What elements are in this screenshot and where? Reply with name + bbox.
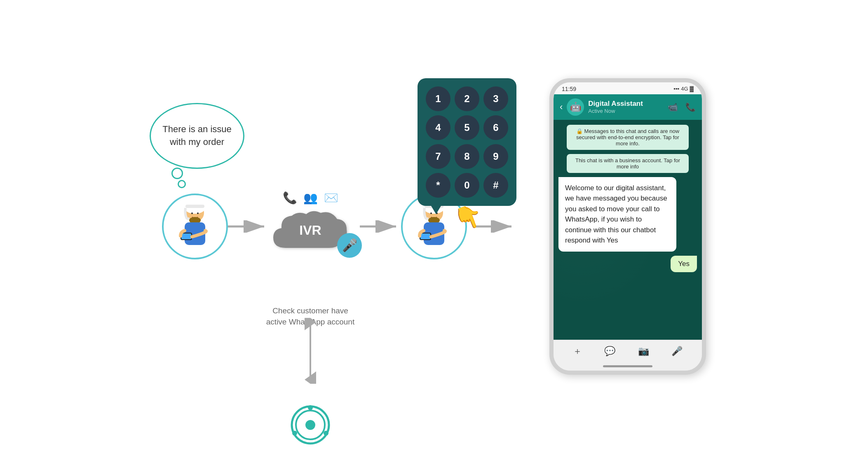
key-6: 6 [483,115,508,140]
keypad-section: 1 2 3 4 5 6 7 8 9 * 0 # 👇 [418,78,516,206]
signal-type: 4G [681,86,688,92]
phone-mockup: 11:59 ▪▪▪ 4G ▓ ‹ 🤖 Digital Assistant Act… [549,78,706,375]
person1-figure [172,200,218,253]
sticker-icon[interactable]: 💬 [604,346,615,357]
key-4: 4 [426,115,450,140]
svg-point-4 [197,212,199,214]
chat-body: 🔒 Messages to this chat and calls are no… [554,120,702,340]
mic-bubble: 🎤 [337,233,362,258]
phone-time: 11:59 [562,86,576,92]
person1-circle [162,194,228,259]
email-icon: ✉️ [324,191,338,205]
ivr-text: IVR [299,223,321,238]
cloud-icons-row: 📞 👥 ✉️ [283,191,338,205]
svg-point-3 [191,212,193,214]
key-9: 9 [483,144,508,169]
svg-point-17 [308,405,313,410]
bot-avatar: 🤖 [567,98,584,116]
back-button[interactable]: ‹ [560,102,563,112]
status-icons: ▪▪▪ 4G ▓ [673,86,694,92]
arrow2 [360,220,401,233]
video-call-icon[interactable]: 📹 [668,102,678,112]
mic-icon[interactable]: 🎤 [671,346,683,357]
phone-icon: 📞 [283,191,297,205]
vertical-arrow-svg [304,318,317,384]
battery-icon: ▓ [690,86,694,92]
person2-section: 1 2 3 4 5 6 7 8 9 * 0 # 👇 [401,194,467,259]
camera-icon[interactable]: 📷 [638,346,649,357]
assistant-name: Digital Assistant [588,100,664,108]
incoming-message: Welcome to our digital assistant, we hav… [558,177,676,252]
svg-rect-2 [185,205,204,208]
home-indicator [554,362,702,371]
key-0: 0 [455,173,479,198]
thought-bubble: There is an issue with my order [150,103,244,169]
vertical-arrow [304,318,317,385]
svg-point-18 [324,431,328,436]
home-bar [603,365,652,367]
status-bar: 11:59 ▪▪▪ 4G ▓ [554,82,702,94]
thought-bubble-text: There is an issue with my order [161,123,233,149]
diagram-area: There is an issue with my order [162,78,706,375]
svg-point-16 [305,420,315,430]
signal-bars: ▪▪▪ [673,86,679,92]
svg-point-19 [292,431,297,436]
key-star: * [426,173,450,198]
key-hash: # [483,173,508,198]
svg-rect-8 [181,233,191,239]
circular-logo [290,404,331,447]
whatsapp-header: ‹ 🤖 Digital Assistant Active Now 📹 📞 [554,94,702,120]
key-8: 8 [455,144,479,169]
system-message-1: 🔒 Messages to this chat and calls are no… [567,125,689,150]
key-2: 2 [455,86,479,111]
outgoing-message: Yes [671,256,697,272]
keypad-bubble: 1 2 3 4 5 6 7 8 9 * 0 # [418,78,516,206]
logo-svg [290,404,331,446]
header-info: Digital Assistant Active Now [588,100,664,114]
key-3: 3 [483,86,508,111]
arrow1 [228,220,269,233]
assistant-status: Active Now [588,108,664,114]
voice-call-icon[interactable]: 📞 [685,102,696,112]
ivr-section: 📞 👥 ✉️ IVR 🎤 [269,191,352,262]
add-icon[interactable]: ＋ [573,345,582,357]
key-1: 1 [426,86,450,111]
thought-bubble-container: There is an issue with my order [150,103,257,169]
main-container: There is an issue with my order [0,0,868,469]
system-message-2: This chat is with a business account. Ta… [567,154,689,173]
phone-bottom-bar: ＋ 💬 📷 🎤 [554,340,702,362]
ivr-cloud-wrapper: IVR 🎤 [269,207,352,262]
group-icon: 👥 [303,191,318,205]
svg-rect-30 [420,233,430,239]
person1-section: There is an issue with my order [162,194,228,259]
phone-container: 11:59 ▪▪▪ 4G ▓ ‹ 🤖 Digital Assistant Act… [549,78,706,375]
key-5: 5 [455,115,479,140]
key-7: 7 [426,144,450,169]
header-actions: 📹 📞 [668,102,696,112]
